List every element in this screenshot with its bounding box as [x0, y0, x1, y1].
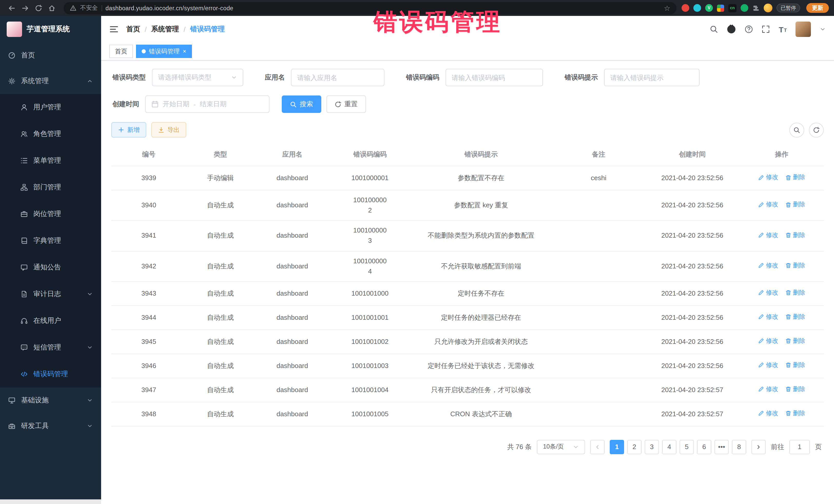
- home-button[interactable]: [45, 1, 59, 15]
- address-bar[interactable]: 不安全 dashboard.yudao.iocoder.cn/system/er…: [64, 2, 676, 14]
- headset-icon: [21, 317, 28, 324]
- sidebar-item-label: 角色管理: [34, 129, 61, 138]
- delete-link[interactable]: 删除: [785, 409, 805, 418]
- puzzle-icon[interactable]: [752, 4, 760, 12]
- sidebar-item-dictionary[interactable]: 字典管理: [0, 227, 101, 254]
- goto-page-input[interactable]: [789, 440, 810, 454]
- bookmark-star-icon[interactable]: ☆: [664, 4, 670, 12]
- error-code-input[interactable]: [445, 69, 543, 86]
- table-row: 3944 自动生成 dashboard 1001001001 定时任务的处理器已…: [111, 306, 824, 330]
- delete-link[interactable]: 删除: [785, 312, 805, 322]
- sidebar-item-posts[interactable]: 岗位管理: [0, 201, 101, 227]
- edit-link[interactable]: 修改: [758, 288, 778, 298]
- delete-link[interactable]: 删除: [785, 230, 805, 240]
- ext-palette-icon[interactable]: [717, 4, 724, 12]
- delete-link[interactable]: 删除: [785, 261, 805, 270]
- sidebar-item-audit-log[interactable]: 审计日志: [0, 281, 101, 307]
- sidebar-item-users[interactable]: 用户管理: [0, 94, 101, 120]
- app-name-input[interactable]: [291, 69, 385, 86]
- breadcrumb-home[interactable]: 首页: [126, 25, 140, 34]
- sidebar-item-notice[interactable]: 通知公告: [0, 254, 101, 281]
- delete-link[interactable]: 删除: [785, 173, 805, 182]
- logo[interactable]: 芋道管理系统: [0, 16, 101, 43]
- profile-avatar-icon[interactable]: [764, 4, 772, 12]
- forward-button[interactable]: [19, 1, 32, 15]
- paused-badge[interactable]: 已暂停: [776, 4, 800, 12]
- edit-link[interactable]: 修改: [758, 200, 778, 210]
- sidebar-item-infrastructure[interactable]: 基础设施: [0, 388, 101, 413]
- sidebar-item-online-users[interactable]: 在线用户: [0, 307, 101, 334]
- sidebar-item-sms[interactable]: 短信管理: [0, 334, 101, 361]
- security-label[interactable]: 不安全: [80, 4, 98, 12]
- delete-link[interactable]: 删除: [785, 336, 805, 346]
- sidebar-item-error-code[interactable]: 错误码管理: [0, 361, 101, 388]
- edit-link[interactable]: 修改: [758, 312, 778, 322]
- page-button[interactable]: 6: [697, 440, 711, 454]
- github-icon[interactable]: [727, 25, 736, 34]
- close-icon[interactable]: ×: [183, 48, 186, 54]
- delete-link[interactable]: 删除: [785, 385, 805, 394]
- ext-cn-icon[interactable]: cn: [728, 4, 737, 12]
- sidebar-item-label: 基础设施: [21, 396, 49, 405]
- ext-v-icon[interactable]: V: [705, 4, 713, 12]
- sidebar-item-menus[interactable]: 菜单管理: [0, 147, 101, 174]
- browser-update-button[interactable]: 更新: [806, 3, 829, 13]
- toggle-search-button[interactable]: [789, 123, 804, 137]
- sidebar-item-home[interactable]: 首页: [0, 43, 101, 68]
- tab-error-code[interactable]: 错误码管理 ×: [136, 45, 192, 58]
- page-button[interactable]: •••: [715, 440, 729, 454]
- reset-button[interactable]: 重置: [326, 95, 366, 113]
- error-code-table: 编号 类型 应用名 错误码编码 错误码提示 备注 创建时间 操作 3939: [111, 144, 824, 426]
- collapse-sidebar-button[interactable]: [109, 25, 118, 34]
- sidebar-item-system[interactable]: 系统管理: [0, 68, 101, 94]
- edit-link[interactable]: 修改: [758, 409, 778, 418]
- sidebar-item-roles[interactable]: 角色管理: [0, 120, 101, 147]
- tab-home[interactable]: 首页: [109, 45, 133, 58]
- prev-page-button[interactable]: [590, 440, 605, 454]
- edit-link[interactable]: 修改: [758, 385, 778, 394]
- edit-link[interactable]: 修改: [758, 261, 778, 270]
- chevron-down-icon[interactable]: [820, 26, 826, 32]
- sidebar-item-devtools[interactable]: 研发工具: [0, 413, 101, 439]
- page-button[interactable]: 5: [680, 440, 694, 454]
- edit-link[interactable]: 修改: [758, 173, 778, 182]
- error-type-select[interactable]: 请选择错误码类型: [152, 69, 243, 86]
- user-avatar[interactable]: [795, 22, 811, 37]
- table-row: 3947 自动生成 dashboard 1001001004 只有开启状态的任务…: [111, 378, 824, 402]
- delete-link-label: 删除: [793, 230, 805, 240]
- page-button[interactable]: 2: [627, 440, 641, 454]
- cell-actions: 修改 删除: [740, 404, 824, 424]
- next-page-button[interactable]: [751, 440, 766, 454]
- delete-link[interactable]: 删除: [785, 200, 805, 210]
- delete-link[interactable]: 删除: [785, 288, 805, 298]
- edit-link[interactable]: 修改: [758, 360, 778, 370]
- edit-link[interactable]: 修改: [758, 230, 778, 240]
- toolbar-right: [789, 123, 824, 137]
- help-icon[interactable]: [745, 25, 753, 34]
- fullscreen-icon[interactable]: [762, 25, 770, 34]
- page-button[interactable]: 3: [644, 440, 659, 454]
- topbar-actions: TT: [710, 22, 826, 37]
- page-button[interactable]: 1: [610, 440, 624, 454]
- search-icon[interactable]: [710, 25, 718, 34]
- edit-link[interactable]: 修改: [758, 336, 778, 346]
- ext-record-icon[interactable]: [682, 4, 689, 12]
- font-size-icon[interactable]: TT: [779, 25, 787, 33]
- delete-link[interactable]: 删除: [785, 360, 805, 370]
- back-button[interactable]: [5, 1, 19, 15]
- page-button[interactable]: 8: [732, 440, 746, 454]
- page-size-select[interactable]: 10条/页: [537, 440, 585, 454]
- search-button[interactable]: 搜索: [282, 95, 321, 113]
- refresh-table-button[interactable]: [809, 123, 824, 137]
- sidebar-item-departments[interactable]: 部门管理: [0, 174, 101, 201]
- ext-green-icon[interactable]: [741, 4, 748, 12]
- ext-drop-icon[interactable]: [694, 4, 701, 12]
- error-hint-input[interactable]: [604, 69, 700, 86]
- breadcrumb-system[interactable]: 系统管理: [151, 25, 179, 34]
- add-button[interactable]: 新增: [111, 122, 146, 137]
- date-range-picker[interactable]: 开始日期 - 结束日期: [145, 95, 269, 113]
- book-icon: [21, 237, 28, 244]
- reload-button[interactable]: [32, 1, 45, 15]
- page-button[interactable]: 4: [662, 440, 676, 454]
- export-button[interactable]: 导出: [151, 122, 186, 137]
